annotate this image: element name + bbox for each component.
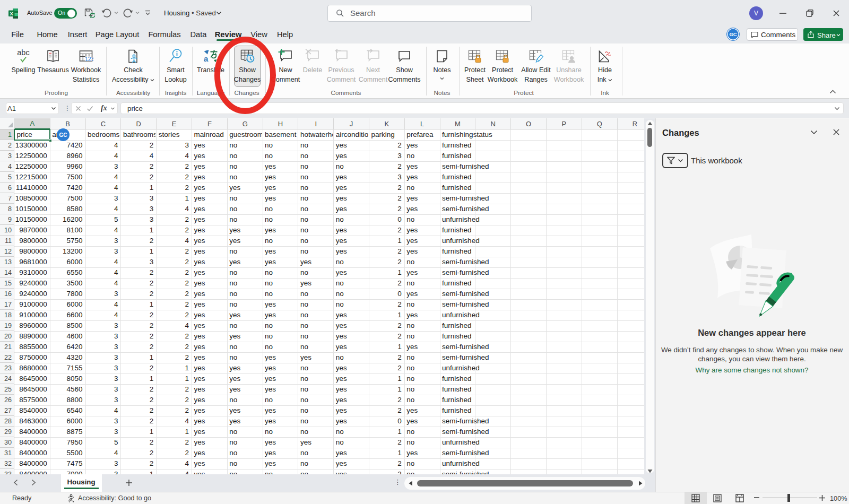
svg-text:X: X	[10, 11, 14, 16]
svg-text:abc: abc	[17, 49, 29, 57]
svg-text:a: a	[204, 54, 209, 63]
svg-text:123: 123	[85, 56, 93, 62]
